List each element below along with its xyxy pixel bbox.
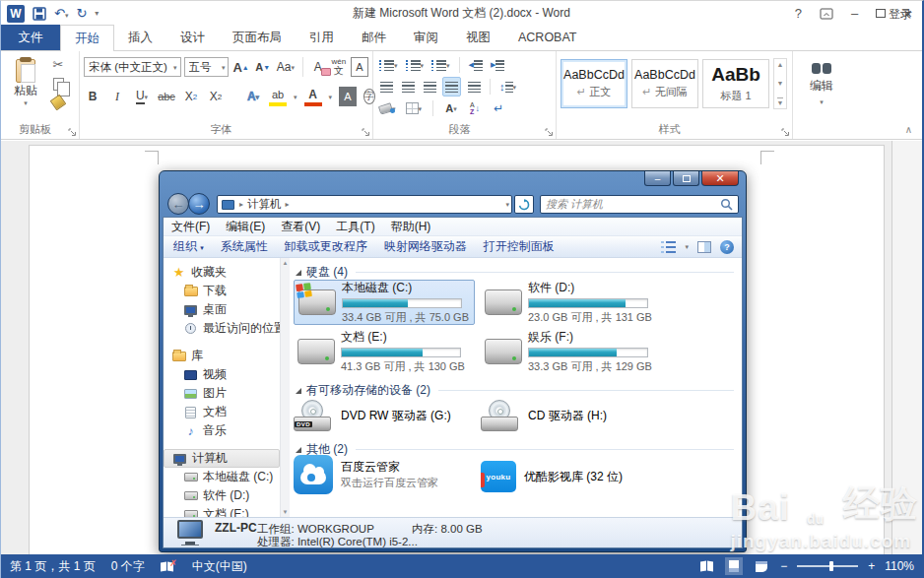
character-shading-button[interactable]: A — [339, 87, 357, 106]
read-mode-button[interactable] — [697, 557, 715, 575]
menu-tools: 工具(T) — [336, 219, 374, 235]
sidebar-computer: 计算机 — [164, 449, 280, 468]
tab-references[interactable]: 引用 — [296, 25, 348, 50]
bullets-button[interactable]: ▾ — [377, 55, 400, 75]
preview-pane-icon — [697, 241, 711, 253]
web-layout-button[interactable] — [753, 557, 770, 575]
paragraph-dialog-launcher[interactable] — [545, 128, 554, 137]
show-marks-button[interactable]: ↵ — [490, 98, 507, 118]
tab-mailings[interactable]: 邮件 — [348, 25, 400, 50]
bold-button[interactable]: B — [84, 87, 101, 106]
line-spacing-button[interactable]: ↕▾ — [497, 77, 518, 96]
collapse-triangle-icon — [296, 270, 301, 276]
tab-review[interactable]: 审阅 — [400, 25, 452, 50]
editing-group[interactable]: 编辑 ▾ — [793, 51, 850, 139]
help-button[interactable]: ? — [795, 7, 802, 20]
subscript-button[interactable]: X2 — [182, 87, 200, 106]
font-color-dropdown-icon[interactable]: ▾ — [329, 94, 333, 100]
tab-file[interactable]: 文件 — [1, 25, 60, 50]
copy-button[interactable] — [53, 78, 64, 91]
zoom-slider-handle[interactable] — [829, 561, 833, 571]
zoom-slider[interactable] — [797, 565, 858, 567]
redo-button[interactable]: ↻ — [76, 7, 87, 20]
distribute-button[interactable] — [465, 77, 483, 96]
style-no-spacing[interactable]: AaBbCcDd ↵ 无间隔 — [631, 59, 698, 108]
tab-design[interactable]: 设计 — [166, 25, 219, 50]
print-layout-button[interactable] — [725, 557, 743, 575]
styles-scroll-up-icon[interactable]: ▲ — [777, 61, 784, 68]
italic-button[interactable]: I — [108, 87, 126, 106]
clipboard-dialog-launcher[interactable] — [68, 128, 77, 137]
strikethrough-button[interactable]: abc — [158, 87, 175, 106]
clear-formatting-button[interactable]: A — [309, 57, 327, 77]
page-indicator[interactable]: 第 1 页，共 1 页 — [10, 558, 96, 575]
styles-more-icon[interactable]: ▼ — [777, 97, 784, 106]
shading-button[interactable]: ▾ — [377, 98, 398, 118]
qat-customize-button[interactable]: ▾ — [95, 10, 99, 18]
justify-button[interactable] — [442, 77, 461, 96]
editing-dropdown-icon[interactable]: ▾ — [820, 98, 824, 105]
language-indicator[interactable]: 中文(中国) — [192, 558, 247, 575]
save-icon[interactable] — [33, 7, 46, 21]
asian-layout-button[interactable]: A▾ — [442, 98, 460, 118]
align-right-button[interactable] — [421, 77, 438, 96]
sign-in-link[interactable]: 登录 — [889, 6, 912, 23]
vertical-scrollbar[interactable] — [891, 141, 922, 554]
superscript-button[interactable]: X2 — [207, 87, 225, 106]
word-count[interactable]: 0 个字 — [111, 558, 145, 575]
proofing-status-icon[interactable]: ✗ — [161, 561, 176, 572]
cut-button[interactable]: ✂ — [53, 57, 64, 72]
collapse-ribbon-button[interactable]: ∧ — [905, 124, 912, 135]
zoom-out-button[interactable]: − — [780, 559, 787, 573]
tab-page-layout[interactable]: 页面布局 — [219, 25, 296, 50]
tab-home[interactable]: 开始 — [60, 25, 114, 51]
change-case-button[interactable]: Aa▾ — [275, 57, 297, 77]
undo-button[interactable]: ↶▾ — [54, 7, 68, 20]
numbering-button[interactable]: ▾ — [404, 55, 427, 75]
shrink-font-button[interactable]: A▼ — [254, 57, 273, 77]
computer-details-icon — [173, 520, 207, 546]
tab-acrobat[interactable]: ACROBAT — [504, 25, 591, 50]
sort-button[interactable]: AZ↓ — [466, 98, 484, 118]
highlight-dropdown-icon[interactable]: ▾ — [294, 94, 297, 100]
character-border-button[interactable]: A — [351, 57, 368, 77]
tab-insert[interactable]: 插入 — [114, 25, 166, 50]
desktop-icon — [184, 305, 197, 315]
text-highlight-button[interactable]: ab — [269, 87, 287, 106]
baidu-cloud-icon — [294, 455, 333, 494]
format-painter-button[interactable] — [50, 95, 67, 111]
decrease-indent-button[interactable]: ◀ — [467, 55, 485, 75]
tab-view[interactable]: 视图 — [452, 25, 504, 50]
style-normal[interactable]: AaBbCcDd ↵ 正文 — [561, 59, 627, 108]
ribbon-display-options-button[interactable] — [820, 8, 833, 20]
text-effects-button[interactable]: A▾ — [244, 87, 262, 106]
paste-button[interactable]: 粘贴 ▾ — [5, 59, 46, 106]
font-dialog-launcher[interactable] — [362, 128, 370, 137]
font-color-button[interactable]: A — [304, 87, 322, 106]
menu-file: 文件(F) — [171, 219, 210, 235]
increase-indent-button[interactable]: ▶ — [489, 55, 506, 75]
zoom-level[interactable]: 110% — [885, 559, 914, 573]
sidebar-drive-e: 文档 (E:) — [164, 505, 280, 517]
font-name-combo[interactable]: 宋体 (中文正文)▾ — [84, 57, 181, 77]
font-group-label: 字体 — [80, 122, 363, 137]
style-heading1[interactable]: AaBb 标题 1 — [702, 59, 769, 108]
font-size-combo[interactable]: 五号▾ — [184, 57, 229, 77]
borders-button[interactable]: ▾ — [404, 98, 425, 118]
grow-font-button[interactable]: A▲ — [231, 57, 251, 77]
app-tile-youku: youku 优酷影视库 (32 位) — [481, 455, 623, 498]
styles-gallery-scrollbar[interactable]: ▲ ▼ ▼ — [773, 58, 787, 109]
multilevel-list-button[interactable]: ▾ — [429, 55, 452, 75]
align-left-button[interactable] — [377, 77, 395, 96]
paste-dropdown-icon[interactable]: ▾ — [24, 99, 28, 106]
minimize-button[interactable]: – — [851, 7, 858, 20]
underline-button[interactable]: U▾ — [133, 87, 151, 106]
maximize-button[interactable] — [876, 9, 886, 18]
zoom-in-button[interactable]: + — [868, 559, 875, 573]
styles-scroll-down-icon[interactable]: ▼ — [777, 80, 784, 87]
phonetic-guide-button[interactable]: wén文 — [330, 57, 348, 77]
processor-label: 处理器: Intel(R) Core(TM) i5-2... — [257, 535, 418, 548]
align-center-button[interactable] — [399, 77, 417, 96]
undo-dropdown-icon[interactable]: ▾ — [65, 12, 69, 19]
styles-dialog-launcher[interactable] — [781, 128, 790, 137]
